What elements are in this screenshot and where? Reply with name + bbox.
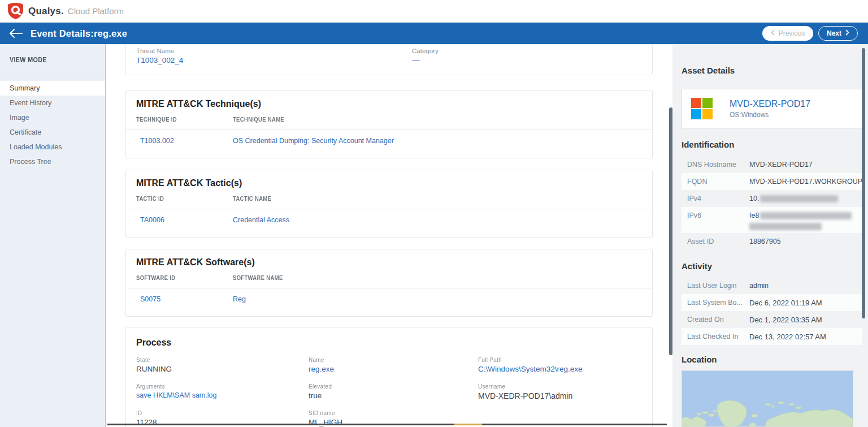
table-row: TA0006 Credential Access <box>126 212 652 228</box>
technique-id-link[interactable]: T1003.002 <box>140 137 174 145</box>
process-username-value: MVD-XEDR-POD17\admin <box>478 391 572 400</box>
process-elevated-value: true <box>309 391 336 400</box>
table-row: T1003.002 OS Credential Dumping: Securit… <box>126 133 652 149</box>
tactic-name-link[interactable]: Credential Access <box>233 216 289 224</box>
threat-name-value[interactable]: T1003_002_4 <box>136 56 183 64</box>
bottom-edge-strip <box>107 424 667 425</box>
previous-button[interactable]: Previous <box>762 26 813 41</box>
ident-row-asset-id: Asset ID 18867905 <box>682 233 862 250</box>
technique-name-link[interactable]: OS Credential Dumping: Security Account … <box>233 137 394 145</box>
top-bar: Qualys. Cloud Platform <box>0 0 868 23</box>
process-arguments-value[interactable]: save HKLM\SAM sam.log <box>136 391 216 399</box>
bottom-edge-strip-accent <box>454 424 482 425</box>
activity-row-last-login: Last User Login admin <box>682 277 862 294</box>
product-name: Cloud Platform <box>68 6 124 16</box>
ident-row-ipv4: IPv4 10. <box>682 190 862 207</box>
panel-scrollbar[interactable] <box>862 48 865 318</box>
tactic-id-header: TACTIC ID <box>136 195 164 202</box>
mitre-techniques-card: MITRE ATT&CK Technique(s) TECHNIQUE ID T… <box>125 90 653 158</box>
process-full-path-label: Full Path <box>478 356 502 363</box>
process-title: Process <box>136 338 171 348</box>
app-bar: Event Details:reg.exe Previous Next <box>0 23 868 44</box>
tactics-title: MITRE ATT&CK Tactic(s) <box>136 178 242 188</box>
tactic-id-link[interactable]: TA0006 <box>140 216 164 224</box>
table-row: S0075 Reg <box>126 291 652 307</box>
software-id-header: SOFTWARE ID <box>136 274 175 281</box>
previous-button-label: Previous <box>779 29 805 37</box>
software-name-header: SOFTWARE NAME <box>233 274 283 281</box>
technique-id-header: TECHNIQUE ID <box>136 116 177 123</box>
asset-os: OS:Windows <box>730 111 810 119</box>
sidebar-item-process-tree[interactable]: Process Tree <box>0 154 105 169</box>
chevron-left-icon <box>771 29 775 37</box>
view-mode-sidebar: VIEW MODE Summary Event History Image Ce… <box>0 44 106 427</box>
next-button[interactable]: Next <box>818 26 858 41</box>
software-id-link[interactable]: S0075 <box>140 295 160 303</box>
asset-card: MVD-XEDR-POD17 OS:Windows <box>682 89 862 128</box>
ident-row-fqdn: FQDN MVD-XEDR-POD17.WORKGROUP <box>682 173 862 190</box>
process-arguments-label: Arguments <box>136 383 165 390</box>
asset-details-panel: Asset Details MVD-XEDR-POD17 OS:Windows … <box>672 44 868 427</box>
process-name-value[interactable]: reg.exe <box>309 365 334 373</box>
technique-name-header: TECHNIQUE NAME <box>233 116 284 123</box>
world-map[interactable] <box>682 370 853 427</box>
back-arrow-icon[interactable] <box>9 29 23 38</box>
process-state-label: State <box>136 356 150 363</box>
process-state-value: RUNNING <box>136 365 172 373</box>
next-button-label: Next <box>827 29 841 37</box>
software-title: MITRE ATT&CK Software(s) <box>136 257 255 268</box>
ident-row-ipv6: IPv6 fe8 <box>682 207 862 233</box>
process-username-label: Username <box>478 383 505 390</box>
redacted-ipv4 <box>760 195 838 202</box>
page-title: Event Details:reg.exe <box>31 28 127 39</box>
category-label: Category <box>412 48 439 54</box>
location-title: Location <box>682 355 717 364</box>
windows-logo-icon <box>682 89 722 128</box>
brand-name: Qualys. <box>28 6 64 17</box>
process-name-label: Name <box>309 356 324 363</box>
process-elevated-label: Elevated <box>309 383 332 390</box>
mitre-software-card: MITRE ATT&CK Software(s) SOFTWARE ID SOF… <box>125 249 653 317</box>
mitre-tactics-card: MITRE ATT&CK Tactic(s) TACTIC ID TACTIC … <box>125 170 653 238</box>
techniques-title: MITRE ATT&CK Technique(s) <box>136 99 261 109</box>
tactic-name-header: TACTIC NAME <box>233 195 271 202</box>
threat-name-label: Threat Name <box>136 48 183 54</box>
category-value[interactable]: — <box>412 56 420 64</box>
activity-title: Activity <box>682 261 712 271</box>
activity-row-last-checked-in: Last Checked In Dec 13, 2022 02:57 AM <box>682 328 862 345</box>
redacted-ipv6-line2 <box>749 223 822 230</box>
redacted-ipv6-line1 <box>760 212 852 219</box>
process-card: Process State RUNNING Name reg.exe Full … <box>125 327 653 427</box>
process-id-label: ID <box>136 409 142 416</box>
process-sid-name-label: SID name <box>309 409 335 416</box>
sidebar-item-image[interactable]: Image <box>0 110 105 125</box>
software-name-link[interactable]: Reg <box>233 295 246 303</box>
qualys-logo-icon <box>8 3 23 19</box>
activity-row-last-boot: Last System Bo... Dec 6, 2022 01:19 AM <box>682 294 862 311</box>
ident-row-dns: DNS Hostname MVD-XEDR-POD17 <box>682 156 862 173</box>
identification-title: Identification <box>682 140 734 149</box>
event-summary-content: Threat Name T1003_002_4 Category — MITRE… <box>107 44 672 427</box>
threat-card: Threat Name T1003_002_4 Category — <box>125 44 653 75</box>
sidebar-item-event-history[interactable]: Event History <box>0 96 105 110</box>
activity-row-created-on: Created On Dec 1, 2022 03:35 AM <box>682 311 862 328</box>
view-mode-header: VIEW MODE <box>0 44 105 76</box>
chevron-right-icon <box>845 29 849 37</box>
sidebar-item-loaded-modules[interactable]: Loaded Modules <box>0 140 105 154</box>
process-full-path-value[interactable]: C:\Windows\System32\reg.exe <box>478 365 583 373</box>
sidebar-item-certificate[interactable]: Certificate <box>0 125 105 140</box>
asset-name-link[interactable]: MVD-XEDR-POD17 <box>730 99 810 109</box>
asset-details-title: Asset Details <box>682 66 735 75</box>
sidebar-item-summary[interactable]: Summary <box>0 81 105 96</box>
